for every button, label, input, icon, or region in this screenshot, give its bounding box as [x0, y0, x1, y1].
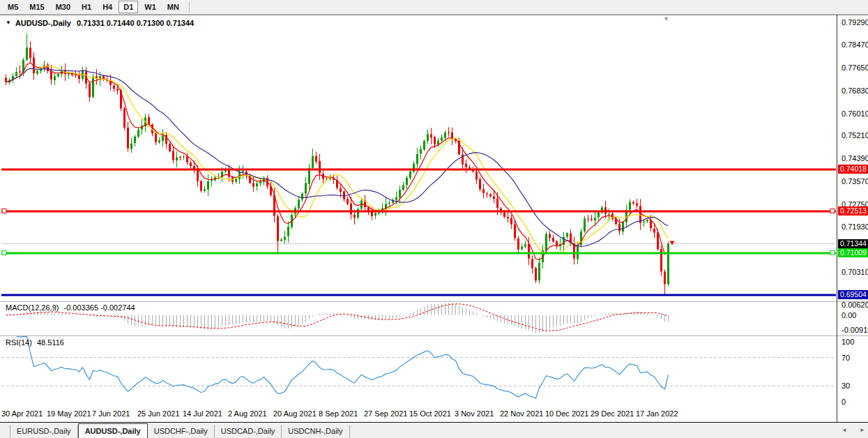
- hline-price-badge: 0.71009: [838, 248, 868, 257]
- rsi-indicator-label: RSI(14) 48.5116: [6, 338, 64, 347]
- date-axis-label: 17 Jan 2022: [636, 409, 678, 418]
- tab-scroll-left-icon[interactable]: ◄: [842, 427, 847, 433]
- rsi-axis-label: 70: [842, 354, 850, 362]
- tab-usdchf[interactable]: USDCHF-,Daily: [148, 425, 215, 438]
- tab-eurusd[interactable]: EURUSD-,Daily: [10, 425, 78, 438]
- rsi-axis-label: 30: [842, 382, 850, 390]
- price-axis-tick: 0.73570: [842, 177, 868, 186]
- price-axis-tick: 0.70310: [842, 268, 868, 276]
- hline-handle: [2, 209, 6, 213]
- tab-usdcad[interactable]: USDCAD-,Daily: [215, 425, 282, 438]
- chart-ohlc-readout: 0.71331 0.71440 0.71300 0.71344: [77, 19, 194, 27]
- rsi-value: 48.5116: [37, 338, 64, 347]
- chart-canvas[interactable]: [0, 0, 868, 423]
- rsi-axis-label: 100: [842, 338, 854, 346]
- price-axis-tick: 0.76830: [842, 86, 868, 95]
- hline-price-badge: 0.69504: [838, 290, 868, 299]
- candle-bodies-up: [8, 47, 669, 284]
- macd-indicator-label: MACD(12,26,9) -0.003365 -0.002744: [6, 303, 135, 312]
- macd-axis-label: 0.00: [842, 311, 856, 319]
- chart-shift-marker-icon[interactable]: ▼: [663, 15, 669, 22]
- hline-price-badge: 0.74018: [838, 165, 868, 174]
- price-axis-tick: 0.76010: [842, 110, 868, 118]
- symbol-dropdown-icon[interactable]: ▼: [6, 20, 11, 26]
- price-axis-tick: 0.71930: [842, 222, 868, 231]
- hline-handle: [830, 209, 835, 213]
- candle-wicks-up: [10, 33, 669, 286]
- date-axis-label: 30 Apr 2021: [1, 409, 43, 418]
- price-axis-tick: 0.78470: [842, 40, 868, 49]
- date-axis-label: 22 Nov 2021: [500, 409, 543, 418]
- tab-audusd[interactable]: AUDUSD-,Daily: [78, 423, 148, 438]
- date-axis-label: 14 Jul 2021: [183, 409, 222, 418]
- rsi-name: RSI(14): [6, 338, 32, 347]
- date-axis-label: 29 Dec 2021: [591, 409, 634, 418]
- tab-scroll-right-icon[interactable]: ►: [860, 427, 865, 433]
- symbol-tab-bar: EURUSD-,DailyAUDUSD-,DailyUSDCHF-,DailyU…: [0, 423, 868, 438]
- chart-title: ▼AUDUSD-,Daily0.71331 0.71440 0.71300 0.…: [6, 19, 194, 27]
- price-axis-tick: 0.79290: [842, 18, 868, 27]
- date-axis-label: 10 Dec 2021: [545, 409, 588, 418]
- date-axis-label: 2 Aug 2021: [228, 409, 267, 418]
- hline-handle: [830, 250, 835, 255]
- date-axis-label: 15 Oct 2021: [409, 409, 451, 418]
- chart-symbol-label: AUDUSD-,Daily: [15, 19, 71, 27]
- macd-name: MACD(12,26,9): [6, 303, 59, 312]
- date-axis-label: 25 Jun 2021: [137, 409, 180, 418]
- date-axis-label: 3 Nov 2021: [455, 409, 494, 418]
- date-axis-label: 7 Jun 2021: [92, 409, 130, 418]
- moving-average-6: [6, 63, 669, 260]
- current-price-badge: 0.71344: [838, 239, 868, 248]
- rsi-line: [17, 336, 669, 398]
- price-pointer-icon: [670, 241, 675, 246]
- price-axis-tick: 0.75210: [842, 131, 868, 139]
- moving-average-21: [6, 68, 669, 246]
- tab-scroll-arrows: ◄ ►: [842, 427, 865, 433]
- macd-axis-label: 0.006201: [842, 301, 868, 309]
- macd-axis-label: -0.009197: [842, 326, 868, 334]
- moving-average-10: [6, 66, 669, 253]
- date-axis-label: 19 May 2021: [47, 409, 91, 418]
- date-axis-label: 8 Sep 2021: [319, 409, 358, 418]
- hline-handle: [2, 250, 6, 255]
- price-axis-tick: 0.74390: [842, 154, 868, 163]
- candle-bodies-down: [5, 48, 666, 285]
- hline-price-badge: 0.72513: [838, 206, 868, 216]
- price-axis-tick: 0.77650: [842, 63, 868, 72]
- rsi-axis-label: 0: [842, 398, 846, 406]
- date-axis-label: 20 Aug 2021: [273, 409, 317, 418]
- tab-usdcnh[interactable]: USDCNH-,Daily: [282, 425, 349, 438]
- date-axis-label: 27 Sep 2021: [364, 409, 407, 418]
- macd-values: -0.003365 -0.002744: [63, 303, 135, 312]
